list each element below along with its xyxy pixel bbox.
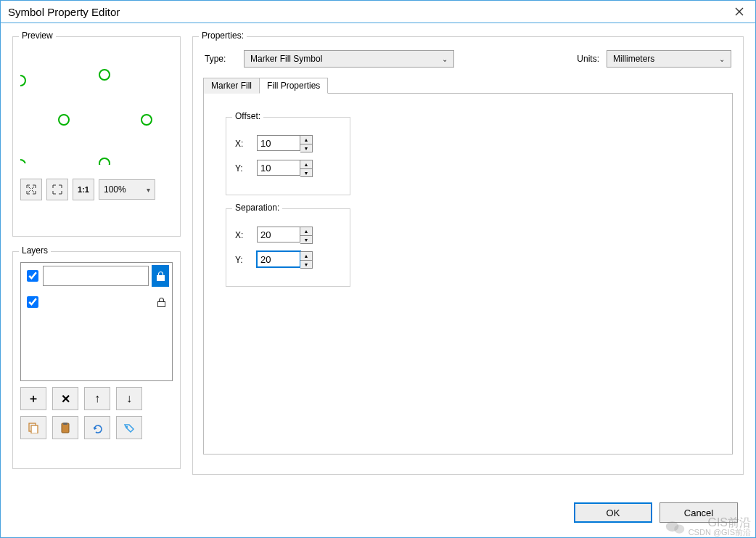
properties-group: Properties: Type: Marker Fill Symbol ⌄ U… [192,36,744,475]
type-label: Type: [205,54,237,64]
remove-layer-button[interactable]: ✕ [52,387,78,410]
svg-rect-1 [157,301,165,306]
offset-group: Offset: X: ▲▼ Y: [226,117,350,195]
spin-up-icon[interactable]: ▲ [300,227,312,235]
lock-icon[interactable] [156,297,167,308]
tag-icon [123,422,135,433]
watermark-credit: CSDN @GIS前沿 [689,529,751,537]
svg-rect-3 [31,425,38,433]
one-to-one-icon: 1:1 [78,186,89,194]
layers-label: Layers [19,245,51,256]
preview-marker [99,158,110,169]
units-combo[interactable]: Millimeters ⌄ [607,50,731,68]
client-area: Preview 1:1 [0,23,756,538]
close-icon [735,7,744,16]
svg-point-7 [666,521,679,531]
arrow-down-icon: ↓ [126,392,132,405]
copy-icon [28,422,39,433]
zoom-fit-button[interactable] [46,179,68,200]
ok-button[interactable]: OK [574,502,652,523]
chevron-down-icon: ⌄ [719,55,725,63]
units-value: Millimeters [613,54,654,64]
spin-up-icon[interactable]: ▲ [300,252,312,260]
svg-rect-0 [157,275,164,280]
add-layer-button[interactable]: ＋ [20,387,46,410]
zoom-actual-button[interactable]: 1:1 [73,179,94,200]
preview-label: Preview [19,30,56,41]
reset-layer-button[interactable] [84,416,110,439]
layers-group: Layers [12,251,181,469]
preview-marker [58,114,70,126]
chevron-down-icon: ⌄ [442,55,448,63]
offset-x-input[interactable] [257,135,300,151]
titlebar: Symbol Property Editor [0,0,756,23]
preview-canvas [20,47,173,174]
ok-label: OK [607,508,620,518]
close-button[interactable] [723,1,755,23]
cancel-label: Cancel [684,508,713,518]
arrow-up-icon: ↑ [94,392,100,405]
offset-x-spinner[interactable]: ▲▼ [257,135,313,152]
spin-up-icon[interactable]: ▲ [300,160,312,168]
separation-x-input[interactable] [257,227,300,242]
layer-swatch[interactable] [43,292,150,312]
spin-down-icon[interactable]: ▼ [300,260,312,268]
spin-down-icon[interactable]: ▼ [300,235,312,243]
layer-visible-checkbox[interactable] [27,270,38,282]
separation-y-input[interactable] [257,251,300,267]
tab-marker-fill[interactable]: Marker Fill [203,78,260,94]
cancel-button[interactable]: Cancel [660,502,738,523]
preview-marker [20,75,26,86]
move-down-button[interactable]: ↓ [116,387,142,410]
svg-point-8 [674,524,684,533]
preview-group: Preview 1:1 [12,36,181,237]
layer-row[interactable] [21,263,172,289]
svg-rect-5 [63,423,67,425]
offset-y-input[interactable] [257,160,300,176]
separation-x-spinner[interactable]: ▲▼ [257,227,313,244]
layer-row[interactable] [21,289,172,315]
zoom-out-button[interactable] [20,179,42,200]
window-title: Symbol Property Editor [8,6,723,18]
chevron-down-icon: ▾ [147,186,150,194]
tab-page-fill-properties: Offset: X: ▲▼ Y: [203,93,733,455]
separation-x-label: X: [235,230,251,240]
copy-layer-button[interactable] [20,416,46,439]
lock-icon[interactable] [155,271,166,282]
offset-y-spinner[interactable]: ▲▼ [257,160,313,177]
move-up-button[interactable]: ↑ [84,387,110,410]
zoom-out-icon [26,184,36,195]
zoom-fit-icon [52,184,62,195]
layer-list[interactable] [20,262,173,381]
separation-label: Separation: [232,203,282,213]
offset-x-label: X: [235,139,251,149]
layer-swatch[interactable] [43,266,149,286]
separation-group: Separation: X: ▲▼ Y: [226,208,350,287]
zoom-value: 100% [104,184,126,195]
type-combo[interactable]: Marker Fill Symbol ⌄ [244,50,454,68]
tab-fill-properties[interactable]: Fill Properties [259,78,328,94]
paste-icon [59,422,71,433]
paste-layer-button[interactable] [52,416,78,439]
offset-y-label: Y: [235,163,251,174]
svg-point-6 [126,426,128,428]
type-value: Marker Fill Symbol [250,54,322,64]
tag-layer-button[interactable] [116,416,142,439]
preview-marker [20,159,26,171]
zoom-combo[interactable]: 100% ▾ [99,179,155,200]
spin-up-icon[interactable]: ▲ [300,136,312,144]
preview-marker [141,114,152,126]
spin-down-icon[interactable]: ▼ [300,144,312,152]
plus-icon: ＋ [28,391,39,407]
spin-down-icon[interactable]: ▼ [300,168,312,176]
separation-y-label: Y: [235,255,251,265]
preview-marker [99,69,110,81]
separation-y-spinner[interactable]: ▲▼ [257,251,313,269]
units-label: Units: [577,54,599,64]
properties-label: Properties: [199,30,247,41]
times-icon: ✕ [61,392,70,406]
layer-visible-checkbox[interactable] [27,296,38,308]
offset-label: Offset: [232,111,263,121]
undo-icon [91,422,103,433]
